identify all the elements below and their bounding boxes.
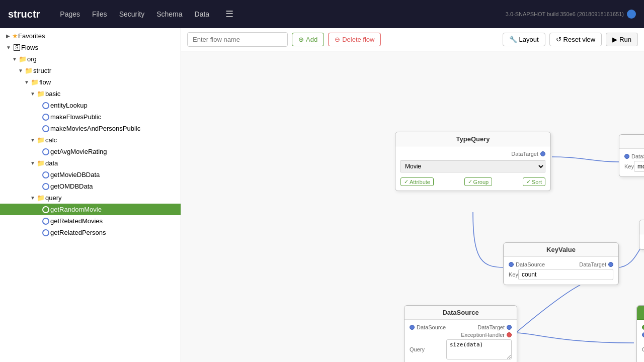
- flow-canvas[interactable]: TypeQuery DataTarget Movie ✓ Attribute: [181, 51, 644, 362]
- sidebar-data[interactable]: ▼ 📁 data: [0, 157, 181, 169]
- nav-pages[interactable]: Pages: [60, 10, 80, 18]
- entitylookup-label: entityLookup: [50, 102, 88, 109]
- sidebar-query[interactable]: ▼ 📁 query: [0, 192, 181, 204]
- item-circle-icon: [42, 218, 49, 225]
- keyvalue1-datasource-port[interactable]: [624, 154, 629, 159]
- sidebar-makemoviespublic[interactable]: makeMoviesAndPersonsPublic: [0, 123, 181, 134]
- keyvalue2-node[interactable]: KeyValue DataSource DataTarget Key: [503, 242, 619, 285]
- query-label: query: [45, 194, 62, 202]
- ds-exception-port[interactable]: [507, 332, 512, 337]
- hamburger-icon[interactable]: ☰: [225, 9, 233, 20]
- typequery-node[interactable]: TypeQuery DataTarget Movie ✓ Attribute: [395, 132, 551, 191]
- nav-data[interactable]: Data: [195, 10, 210, 18]
- item-circle-icon: [42, 114, 49, 121]
- basic-label: basic: [45, 90, 60, 98]
- flow-name-input[interactable]: [187, 32, 288, 47]
- item-circle-icon: [42, 125, 49, 132]
- key-label: Key: [624, 163, 634, 169]
- expand-icon: ▼: [30, 160, 36, 166]
- nav-security[interactable]: Security: [119, 10, 145, 18]
- typequery-header: TypeQuery: [395, 132, 550, 146]
- sidebar-structr[interactable]: ▼ 📁 structr: [0, 65, 181, 76]
- sidebar-getavgmovierating[interactable]: getAvgMovieRating: [0, 146, 181, 157]
- layout-button[interactable]: 🔧 Layout: [503, 33, 545, 46]
- getavg-label: getAvgMovieRating: [50, 148, 107, 155]
- keyvalue2-header: KeyValue: [504, 243, 618, 257]
- keyvalue2-datatarget-port[interactable]: [608, 262, 613, 267]
- sidebar: ▶ ★ Favorites ▼ 🅂 Flows ▼ 📁 org ▼ 📁 stru…: [0, 28, 181, 362]
- sidebar-getrelatedmovies[interactable]: getRelatedMovies: [0, 215, 181, 227]
- return-body: Prev ExceptionHandler DataSource: [637, 320, 644, 362]
- expand-icon: ▼: [30, 91, 36, 97]
- objectdatasource-node[interactable]: ObjectDataSource KeyValueSources DataTar…: [639, 220, 644, 250]
- datasource-node[interactable]: DataSource DataSource DataTarget Exc: [404, 305, 517, 362]
- keyvalue1-key-input[interactable]: [634, 161, 644, 172]
- run-button[interactable]: ▶ Run: [606, 33, 638, 46]
- return-node[interactable]: Return Prev ExceptionHandler: [636, 305, 644, 362]
- flow-toolbar: ⊕ Add ⊖ Delete flow 🔧 Layout ↺ Reset vie…: [181, 28, 644, 51]
- ds-query-textarea[interactable]: size(data): [446, 339, 512, 359]
- reset-view-button[interactable]: ↺ Reset view: [549, 33, 602, 46]
- topnav: structr Pages Files Security Schema Data…: [0, 0, 644, 28]
- getrandommovie-label: getRandomMovie: [50, 206, 102, 213]
- return-header: Return: [637, 306, 644, 320]
- spacer: [36, 218, 42, 224]
- sidebar-getrandommovie[interactable]: getRandomMovie: [0, 204, 181, 215]
- typequery-body: DataTarget Movie ✓ Attribute ✓ Group: [395, 146, 550, 191]
- ds-datatarget-port[interactable]: [507, 325, 512, 330]
- globe-icon: [627, 10, 636, 19]
- item-circle-icon: [42, 171, 49, 178]
- content-area: ⊕ Add ⊖ Delete flow 🔧 Layout ↺ Reset vie…: [181, 28, 644, 362]
- folder-icon: 📁: [36, 159, 45, 167]
- datasource-header: DataSource: [405, 306, 517, 320]
- query-label: Query: [642, 346, 644, 352]
- typequery-type-select[interactable]: Movie: [400, 160, 545, 172]
- objectdatasource-body: KeyValueSources DataTarget: [639, 234, 644, 249]
- folder-icon: 📁: [36, 136, 45, 144]
- typequery-datatarget-port[interactable]: [540, 151, 545, 156]
- star-icon: ★: [12, 32, 18, 40]
- sidebar-makeflowspublic[interactable]: makeFlowsPublic: [0, 111, 181, 123]
- datasource-body: DataSource DataTarget ExceptionHandler Q…: [405, 320, 517, 362]
- spacer: [36, 207, 42, 212]
- group-btn[interactable]: ✓ Group: [464, 177, 493, 186]
- sidebar-calc[interactable]: ▼ 📁 calc: [0, 134, 181, 146]
- sidebar-flows[interactable]: ▼ 🅂 Flows: [0, 42, 181, 53]
- sidebar-getomdb[interactable]: getOMDBData: [0, 180, 181, 192]
- keyvalue1-header: KeyValue: [619, 135, 644, 149]
- delete-button[interactable]: ⊖ Delete flow: [328, 33, 381, 46]
- sidebar-entitylookup[interactable]: entityLookup: [0, 100, 181, 111]
- sidebar-favorites[interactable]: ▶ ★ Favorites: [0, 30, 181, 42]
- sidebar-basic[interactable]: ▼ 📁 basic: [0, 88, 181, 100]
- sidebar-flow[interactable]: ▼ 📁 flow: [0, 76, 181, 88]
- run-icon: ▶: [612, 36, 617, 43]
- sidebar-getmoviedb[interactable]: getMovieDBData: [0, 169, 181, 180]
- datasource-label: DataSource: [417, 324, 446, 330]
- expand-icon: ▼: [30, 195, 36, 201]
- datatarget-label: DataTarget: [579, 261, 606, 267]
- folder-icon: 📁: [36, 90, 45, 98]
- nav-files[interactable]: Files: [92, 10, 107, 18]
- check-icon: ✓: [468, 178, 472, 185]
- add-button[interactable]: ⊕ Add: [292, 33, 324, 46]
- ds-datasource-port[interactable]: [410, 325, 415, 330]
- keyvalue1-node[interactable]: KeyValue DataSource DataTarget Key: [619, 134, 644, 177]
- keyvalue2-key-input[interactable]: [518, 269, 613, 280]
- keyvalue2-body: DataSource DataTarget Key: [504, 257, 618, 285]
- folder-icon: 📁: [30, 78, 39, 86]
- keyvalue2-datasource-port[interactable]: [509, 262, 514, 267]
- return-prev-port[interactable]: [642, 325, 644, 330]
- expand-icon: ▼: [18, 68, 24, 73]
- query-label: Query: [410, 346, 425, 352]
- exception-label: ExceptionHandler: [461, 332, 505, 338]
- objectdatasource-header: ObjectDataSource: [639, 220, 644, 234]
- nav-schema[interactable]: Schema: [156, 10, 182, 18]
- attribute-btn[interactable]: ✓ Attribute: [400, 177, 434, 186]
- spacer: [36, 184, 42, 189]
- sidebar-org[interactable]: ▼ 📁 org: [0, 53, 181, 65]
- plus-icon: ⊕: [298, 36, 304, 43]
- sort-btn[interactable]: ✓ Sort: [523, 177, 545, 186]
- return-datasource-port[interactable]: [642, 332, 644, 337]
- sidebar-getrelatedpersons[interactable]: getRelatedPersons: [0, 227, 181, 238]
- datatarget-label: DataTarget: [511, 151, 538, 157]
